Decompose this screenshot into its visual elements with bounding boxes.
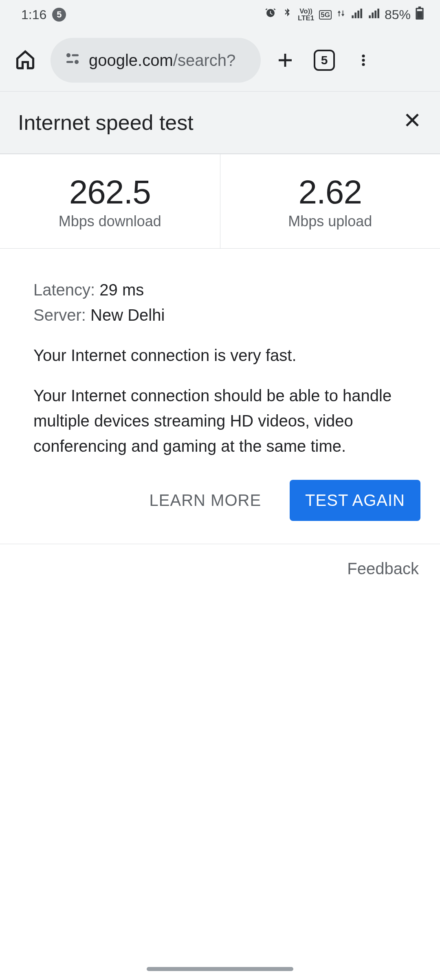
alarm-icon — [264, 7, 277, 22]
new-tab-button[interactable] — [271, 50, 300, 70]
bluetooth-icon — [282, 7, 293, 22]
browser-toolbar: google.com/search? 5 — [0, 29, 440, 91]
url-bar[interactable]: google.com/search? — [51, 38, 261, 83]
upload-cell: 2.62 Mbps upload — [220, 154, 440, 248]
speed-results-row: 262.5 Mbps download 2.62 Mbps upload — [0, 154, 440, 249]
page-title: Internet speed test — [18, 110, 194, 135]
server-key: Server: — [33, 306, 86, 324]
tab-count: 5 — [314, 50, 335, 71]
feedback-link[interactable]: Feedback — [0, 544, 440, 578]
page-header: Internet speed test — [0, 91, 440, 154]
description-text: Your Internet connection should be able … — [33, 383, 407, 459]
url-path: /search? — [173, 51, 235, 69]
download-value: 262.5 — [69, 173, 151, 211]
server-line: Server: New Delhi — [33, 302, 407, 328]
battery-percent: 85% — [385, 7, 411, 22]
learn-more-button[interactable]: LEARN MORE — [145, 480, 266, 521]
details-section: Latency: 29 ms Server: New Delhi Your In… — [0, 249, 440, 521]
volte-indicator: Vo)) LTE1 — [298, 8, 314, 22]
status-bar: 1:16 5 Vo)) LTE1 5G 85% — [0, 0, 440, 29]
url-domain: google.com — [89, 51, 173, 69]
tab-switcher-button[interactable]: 5 — [310, 50, 339, 71]
upload-value: 2.62 — [298, 173, 362, 211]
gesture-handle[interactable] — [147, 967, 293, 971]
status-time: 1:16 — [21, 7, 46, 22]
svg-point-4 — [75, 60, 79, 64]
signal-2-icon — [367, 7, 380, 22]
data-arrows-icon — [337, 7, 345, 22]
test-again-button[interactable]: TEST AGAIN — [290, 480, 420, 521]
svg-rect-1 — [417, 9, 422, 11]
svg-rect-0 — [417, 11, 422, 18]
battery-icon — [416, 7, 424, 23]
svg-point-2 — [66, 53, 70, 57]
svg-point-6 — [362, 55, 365, 57]
notification-count-badge: 5 — [52, 8, 66, 22]
summary-text: Your Internet connection is very fast. — [33, 343, 407, 368]
network-5g-indicator: 5G — [319, 10, 332, 20]
latency-value: 29 ms — [99, 281, 144, 299]
signal-1-icon — [350, 7, 363, 22]
download-cell: 262.5 Mbps download — [0, 154, 220, 248]
latency-key: Latency: — [33, 281, 95, 299]
menu-button[interactable] — [349, 50, 378, 70]
svg-rect-5 — [66, 61, 73, 63]
svg-point-8 — [362, 63, 365, 66]
close-button[interactable] — [403, 110, 422, 135]
server-value: New Delhi — [90, 306, 165, 324]
svg-point-7 — [362, 59, 365, 61]
site-info-icon[interactable] — [64, 50, 81, 70]
latency-line: Latency: 29 ms — [33, 277, 407, 302]
svg-rect-3 — [72, 54, 79, 56]
download-label: Mbps download — [59, 213, 161, 230]
upload-label: Mbps upload — [288, 213, 372, 230]
home-button[interactable] — [10, 44, 41, 77]
